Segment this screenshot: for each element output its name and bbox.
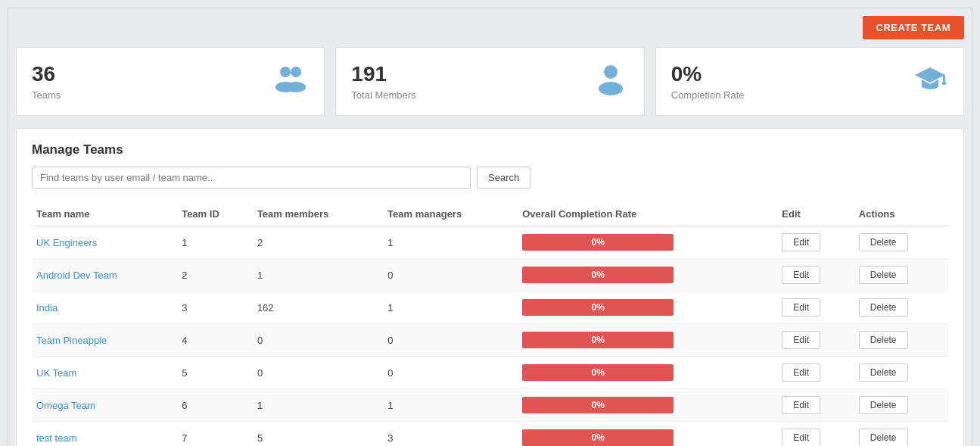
table-row: Omega Team 6 1 1 0% Edit Delete [32,389,948,422]
teams-label: Teams [32,89,61,101]
table-row: UK Engineers 1 2 1 0% Edit Delete [32,226,948,259]
page-wrapper: CREATE TEAM 36 Teams 191 Total Membe [8,8,972,446]
completion-bar-text: 0% [592,432,605,443]
actions-cell: Delete [854,292,948,324]
svg-point-1 [291,67,301,77]
completion-rate-cell: 0% [518,422,777,447]
team-id-cell: 1 [177,226,253,259]
table-row: test team 7 5 3 0% Edit Delete [32,422,948,447]
team-name-link[interactable]: Omega Team [36,400,95,411]
completion-rate-cell: 0% [518,357,777,389]
completion-rate-cell: 0% [518,292,777,324]
completion-label: Completion Rate [671,89,745,101]
completion-bar: 0% [522,299,674,316]
delete-button[interactable]: Delete [859,233,908,251]
col-team-id: Team ID [177,202,253,226]
team-members-cell: 1 [253,389,383,422]
team-name-link[interactable]: test team [36,432,76,444]
team-managers-cell: 0 [383,259,518,292]
main-panel: Manage Teams Search Team name Team ID Te… [16,128,964,446]
team-name-link[interactable]: India [36,302,58,313]
edit-button[interactable]: Edit [782,331,820,349]
members-count: 191 [351,62,415,86]
team-members-cell: 1 [253,259,383,292]
team-managers-cell: 1 [383,292,518,324]
team-members-cell: 0 [253,324,383,357]
svg-point-5 [599,82,623,95]
table-body: UK Engineers 1 2 1 0% Edit Delete Androi… [32,226,948,447]
col-edit: Edit [777,202,854,226]
completion-stat-card: 0% Completion Rate [655,47,964,116]
table-row: Team Pineapple 4 0 0 0% Edit Delete [32,324,948,357]
actions-cell: Delete [854,389,948,422]
delete-button[interactable]: Delete [859,266,908,284]
completion-bar-text: 0% [592,367,605,378]
team-id-cell: 3 [177,292,253,324]
delete-button[interactable]: Delete [859,396,908,414]
search-input[interactable] [32,167,471,189]
actions-cell: Delete [854,324,948,357]
team-managers-cell: 1 [383,389,518,422]
teams-icon [272,60,309,103]
actions-cell: Delete [854,422,948,447]
delete-button[interactable]: Delete [859,429,908,446]
team-members-cell: 0 [253,357,383,389]
actions-cell: Delete [854,226,948,259]
create-team-button[interactable]: CREATE TEAM [863,16,964,39]
members-stat-card: 191 Total Members [335,47,644,116]
col-completion-rate: Overall Completion Rate [518,202,777,226]
completion-bar: 0% [522,429,674,446]
completion-bar: 0% [522,332,674,348]
teams-table: Team name Team ID Team members Team mana… [32,202,948,446]
actions-cell: Delete [854,357,948,389]
teams-count: 36 [32,62,61,86]
edit-cell: Edit [777,422,854,447]
completion-rate-cell: 0% [518,324,777,357]
svg-rect-7 [943,75,945,83]
search-button[interactable]: Search [477,167,530,189]
edit-button[interactable]: Edit [782,363,820,382]
edit-button[interactable]: Edit [782,233,820,251]
teams-stat-card: 36 Teams [16,47,325,116]
edit-button[interactable]: Edit [782,266,820,284]
table-row: UK Team 5 0 0 0% Edit Delete [32,357,948,389]
col-actions: Actions [854,202,948,226]
completion-bar: 0% [522,364,674,381]
members-stat-info: 191 Total Members [351,62,415,101]
team-name-link[interactable]: UK Team [36,367,76,379]
edit-button[interactable]: Edit [782,396,820,414]
edit-cell: Edit [777,292,854,324]
delete-button[interactable]: Delete [859,298,908,317]
team-id-cell: 7 [177,422,253,447]
col-team-members: Team members [253,202,383,226]
team-name-link[interactable]: Team Pineapple [36,335,107,346]
top-bar: CREATE TEAM [16,16,964,39]
edit-cell: Edit [777,324,854,357]
team-managers-cell: 1 [383,226,518,259]
svg-point-8 [941,82,946,85]
completion-bar-text: 0% [592,400,605,410]
team-managers-cell: 0 [383,324,518,357]
table-header: Team name Team ID Team members Team mana… [32,202,948,226]
team-members-cell: 2 [253,226,383,259]
graduation-icon [912,60,948,103]
search-row: Search [32,167,948,189]
completion-bar: 0% [522,267,674,283]
completion-bar-text: 0% [592,302,605,313]
svg-point-4 [604,65,618,79]
edit-button[interactable]: Edit [782,429,820,446]
delete-button[interactable]: Delete [859,363,908,382]
edit-button[interactable]: Edit [782,298,820,317]
team-id-cell: 6 [177,389,253,422]
delete-button[interactable]: Delete [859,331,908,349]
col-team-name: Team name [32,202,177,226]
team-name-link[interactable]: UK Engineers [36,237,97,248]
stats-row: 36 Teams 191 Total Members [16,47,964,116]
teams-stat-info: 36 Teams [32,62,61,101]
actions-cell: Delete [854,259,948,292]
members-label: Total Members [351,89,415,101]
edit-cell: Edit [777,357,854,389]
team-name-link[interactable]: Android Dev Team [36,270,117,281]
completion-rate-cell: 0% [518,389,777,422]
members-icon [593,60,629,103]
